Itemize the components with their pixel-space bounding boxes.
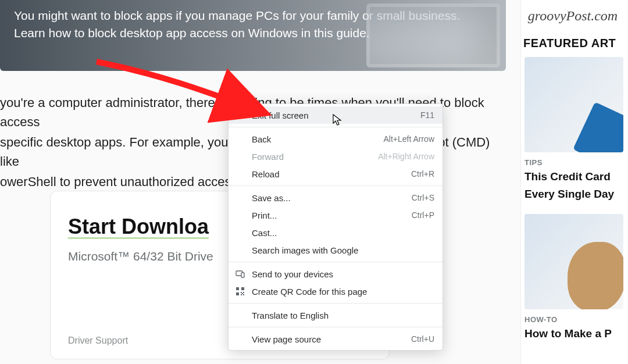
devices-icon	[236, 269, 245, 279]
menu-item-view-source[interactable]: View page source Ctrl+U	[229, 330, 443, 348]
card-category: TIPS	[524, 158, 628, 167]
card-thumb	[524, 57, 623, 152]
sidebar: groovyPost.com FEATURED ART TIPS This Cr…	[520, 0, 628, 364]
menu-item-save-as[interactable]: Save as... Ctrl+S	[229, 189, 443, 206]
menu-item-shortcut: F11	[420, 110, 434, 120]
site-brand[interactable]: groovyPost.com	[521, 0, 628, 37]
card-title[interactable]: How to Make a P	[524, 326, 628, 341]
menu-item-label: Send to your devices	[252, 269, 434, 279]
svg-rect-8	[243, 294, 244, 295]
menu-item-shortcut: Ctrl+S	[412, 193, 434, 202]
svg-rect-3	[241, 287, 244, 290]
menu-separator	[229, 327, 443, 327]
menu-item-label: Translate to English	[252, 311, 434, 320]
menu-item-print[interactable]: Print... Ctrl+P	[229, 206, 443, 224]
hero-banner: You might want to block apps if you mana…	[0, 0, 506, 71]
menu-item-qr-code[interactable]: Create QR Code for this page	[229, 283, 443, 300]
menu-item-label: Exit full screen	[252, 110, 420, 120]
svg-rect-1	[241, 273, 244, 277]
menu-separator	[229, 185, 443, 186]
card-title[interactable]: Every Single Day	[524, 187, 628, 202]
menu-item-forward: Forward Alt+Right Arrow	[229, 148, 443, 165]
menu-item-back[interactable]: Back Alt+Left Arrow	[229, 130, 443, 148]
svg-rect-6	[243, 292, 244, 293]
ad-sponsor: Driver Support	[68, 336, 128, 346]
menu-item-shortcut: Alt+Left Arrow	[383, 134, 434, 144]
svg-rect-9	[242, 293, 243, 294]
svg-rect-7	[241, 294, 242, 295]
menu-item-reload[interactable]: Reload Ctrl+R	[229, 165, 443, 183]
svg-rect-2	[236, 287, 239, 290]
context-menu: Exit full screen F11 Back Alt+Left Arrow…	[228, 104, 443, 351]
menu-item-shortcut: Ctrl+R	[411, 169, 434, 179]
card-thumb	[524, 214, 623, 309]
menu-item-exit-fullscreen[interactable]: Exit full screen F11	[229, 106, 443, 124]
featured-heading: FEATURED ART	[521, 37, 628, 57]
menu-item-label: Forward	[252, 152, 378, 162]
menu-item-label: View page source	[252, 334, 411, 344]
svg-rect-4	[236, 292, 239, 295]
menu-item-cast[interactable]: Cast...	[229, 224, 443, 241]
menu-item-label: Search images with Google	[252, 245, 434, 255]
svg-rect-5	[241, 292, 242, 293]
menu-item-label: Back	[252, 134, 383, 144]
menu-item-label: Cast...	[252, 228, 434, 238]
menu-item-label: Reload	[252, 169, 411, 179]
menu-item-send-devices[interactable]: Send to your devices	[229, 265, 443, 283]
featured-card[interactable]: TIPS This Credit Card Every Single Day	[524, 57, 628, 201]
menu-item-shortcut: Alt+Right Arrow	[378, 152, 434, 161]
menu-separator	[229, 262, 443, 262]
hero-decor	[366, 3, 500, 67]
menu-item-shortcut: Ctrl+P	[412, 210, 434, 220]
card-category: HOW-TO	[524, 315, 628, 324]
menu-item-search-images[interactable]: Search images with Google	[229, 241, 443, 259]
menu-item-label: Create QR Code for this page	[252, 287, 434, 297]
menu-separator	[229, 303, 443, 304]
qr-icon	[236, 287, 245, 296]
menu-item-label: Save as...	[252, 193, 412, 203]
menu-separator	[229, 127, 443, 127]
card-title[interactable]: This Credit Card	[524, 169, 628, 184]
featured-card[interactable]: HOW-TO How to Make a P	[524, 214, 628, 341]
menu-item-shortcut: Ctrl+U	[411, 334, 434, 344]
menu-item-translate[interactable]: Translate to English	[229, 306, 443, 324]
menu-item-label: Print...	[252, 210, 412, 220]
